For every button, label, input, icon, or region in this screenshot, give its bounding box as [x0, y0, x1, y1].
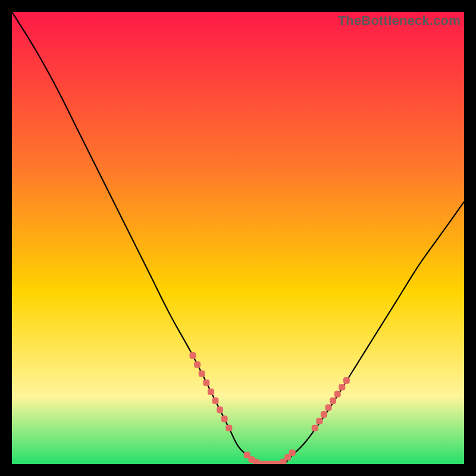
bottleneck-chart [12, 12, 464, 464]
curve-marker [316, 418, 322, 424]
curve-marker [339, 384, 345, 390]
curve-marker [330, 397, 336, 404]
curve-marker [343, 377, 350, 384]
curve-marker [312, 425, 318, 431]
chart-frame: TheBottleneck.com [12, 12, 464, 464]
curve-marker [217, 406, 223, 413]
curve-marker [221, 416, 228, 422]
curve-marker [208, 389, 214, 395]
curve-marker [325, 405, 332, 411]
curve-marker [334, 391, 341, 397]
curve-marker [289, 450, 296, 456]
curve-marker [321, 411, 327, 418]
curve-marker [212, 397, 219, 404]
watermark-text: TheBottleneck.com [338, 13, 461, 29]
curve-marker [199, 371, 205, 377]
curve-marker [226, 425, 232, 431]
curve-marker [190, 352, 196, 359]
curve-marker [194, 361, 201, 368]
curve-marker [203, 380, 209, 386]
gradient-background [12, 12, 464, 464]
